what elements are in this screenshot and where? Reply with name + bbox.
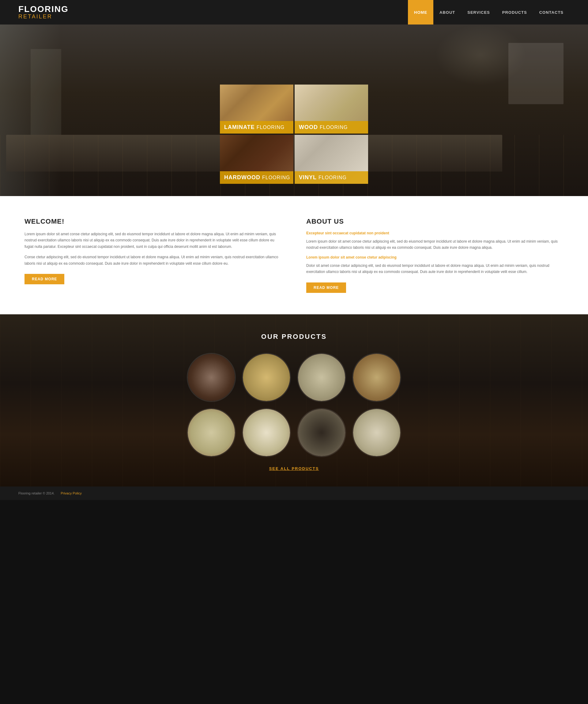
product-circle-2[interactable]	[242, 353, 291, 402]
footer-privacy-link[interactable]: Privacy Policy	[61, 491, 81, 495]
logo-flooring: FLOORING	[18, 5, 408, 13]
products-row-2	[187, 408, 401, 457]
product-circle-5[interactable]	[187, 408, 236, 457]
products-row-1	[187, 353, 401, 402]
logo-area: FLOORING RETAILER	[18, 5, 408, 20]
about-read-more[interactable]: READ MORE	[306, 283, 346, 293]
product-circle-inner-2	[243, 354, 290, 401]
welcome-col: WELCOME! Lorem ipsum dolor sit amet cons…	[24, 218, 282, 293]
hero-bookcase	[30, 49, 61, 135]
header: FLOORING RETAILER HOMEABOUTSERVICESPRODU…	[0, 0, 588, 24]
floor-tile-label-laminate: LAMINATEFLOORING	[220, 121, 293, 133]
floor-tile-label-bold-hardwood: HARDWOOD	[224, 174, 260, 181]
floor-tile-hardwood[interactable]: HARDWOODFLOORING	[220, 135, 293, 184]
floor-tile-label-light-laminate: FLOORING	[257, 125, 285, 130]
about-link2[interactable]: Lorem ipsum dolor sit amet conse ctetur …	[306, 255, 564, 259]
product-circle-inner-7	[298, 409, 345, 456]
welcome-para1: Lorem ipsum dolor sit amet conse ctetur …	[24, 231, 282, 250]
welcome-title: WELCOME!	[24, 218, 282, 226]
floor-tile-label-vinyl: VINYLFLOORING	[295, 171, 368, 184]
hero-section: LAMINATEFLOORINGWOODFLOORINGHARDWOODFLOO…	[0, 24, 588, 196]
product-circle-inner-1	[188, 354, 235, 401]
about-col: ABOUT US Excepteur sint occaecat cupidat…	[306, 218, 564, 293]
main-nav: HOMEABOUTSERVICESPRODUCTSCONTACTS	[408, 0, 570, 24]
about-link1[interactable]: Excepteur sint occaecat cupidatat non pr…	[306, 231, 564, 235]
floor-tile-label-light-hardwood: FLOORING	[262, 175, 290, 180]
products-title: OUR PRODUCTS	[24, 333, 564, 341]
product-circle-inner-3	[298, 354, 345, 401]
about-title: ABOUT US	[306, 218, 564, 226]
floor-tile-laminate[interactable]: LAMINATEFLOORING	[220, 84, 293, 133]
floor-tile-label-wood: WOODFLOORING	[295, 121, 368, 133]
welcome-read-more[interactable]: READ MORE	[24, 274, 64, 284]
about-para1: Lorem ipsum dolor sit amet conse ctetur …	[306, 238, 564, 251]
floor-tile-label-light-vinyl: FLOORING	[319, 175, 347, 180]
floor-tile-wood[interactable]: WOODFLOORING	[295, 84, 368, 133]
product-circle-6[interactable]	[242, 408, 291, 457]
nav-item-products[interactable]: PRODUCTS	[496, 0, 533, 24]
nav-item-services[interactable]: SERVICES	[461, 0, 496, 24]
nav-item-about[interactable]: ABOUT	[433, 0, 461, 24]
product-circle-4[interactable]	[352, 353, 401, 402]
nav-item-contacts[interactable]: CONTACTS	[533, 0, 570, 24]
product-circle-inner-8	[353, 409, 400, 456]
floor-tile-vinyl[interactable]: VINYLFLOORING	[295, 135, 368, 184]
footer: Flooring retailer © 2014. Privacy Policy	[0, 486, 588, 500]
product-circle-8[interactable]	[352, 408, 401, 457]
content-section: WELCOME! Lorem ipsum dolor sit amet cons…	[0, 196, 588, 314]
floor-tile-label-light-wood: FLOORING	[320, 125, 348, 130]
logo-retailer: RETAILER	[18, 13, 408, 20]
welcome-para2: Conse ctetur adipiscing elit, sed do eiu…	[24, 254, 282, 267]
product-circle-inner-5	[188, 409, 235, 456]
product-circle-1[interactable]	[187, 353, 236, 402]
products-section: OUR PRODUCTS SEE ALL PRODUCTS	[0, 314, 588, 486]
floor-tile-label-bold-laminate: LAMINATE	[224, 124, 255, 130]
floor-tile-label-hardwood: HARDWOODFLOORING	[220, 171, 293, 184]
product-circle-3[interactable]	[297, 353, 346, 402]
about-para2: Dolor sit amet conse ctetur adipiscing e…	[306, 262, 564, 275]
nav-item-home[interactable]: HOME	[408, 0, 433, 24]
product-circle-inner-6	[243, 409, 290, 456]
floor-tile-label-bold-vinyl: VINYL	[299, 174, 317, 181]
product-circle-7[interactable]	[297, 408, 346, 457]
flooring-grid: LAMINATEFLOORINGWOODFLOORINGHARDWOODFLOO…	[220, 84, 368, 184]
see-all-link[interactable]: SEE ALL PRODUCTS	[269, 466, 319, 471]
products-grid	[24, 353, 564, 457]
floor-tile-label-bold-wood: WOOD	[299, 124, 318, 130]
hero-dresser	[508, 43, 564, 104]
footer-text: Flooring retailer © 2014.	[18, 491, 55, 495]
product-circle-inner-4	[353, 354, 400, 401]
